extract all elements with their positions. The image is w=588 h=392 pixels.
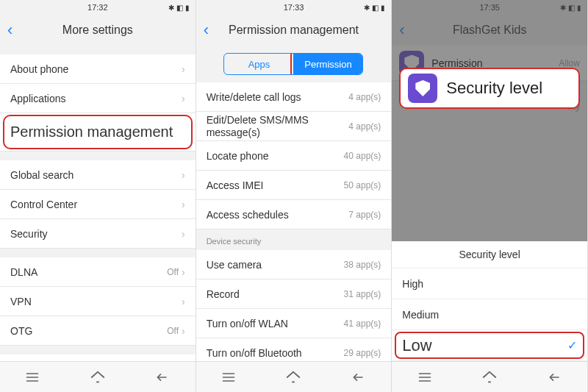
content: Write/delete call logs4 app(s) Edit/Dele… (196, 82, 392, 361)
row-locate-phone[interactable]: Locate phone40 app(s) (196, 141, 392, 171)
option-low[interactable]: Low✓ (392, 330, 587, 361)
status-time: 17:33 (284, 3, 304, 12)
chevron-right-icon: › (182, 169, 185, 181)
status-time: 17:32 (87, 3, 108, 12)
bluetooth-icon: ✱ (364, 4, 370, 12)
segmented-control: Apps Permission (223, 53, 363, 75)
screen-more-settings: 17:32 ✱ ◧ ▮ ‹ More settings About phone›… (0, 0, 196, 392)
content: About phone› Applications› Permission ma… (0, 46, 196, 361)
wifi-icon: ◧ (372, 4, 379, 12)
statusbar: 17:33 ✱ ◧ ▮ (196, 0, 392, 15)
row-security[interactable]: Security› (0, 219, 196, 249)
wifi-icon: ◧ (568, 4, 575, 12)
row-access-imei[interactable]: Access IMEI50 app(s) (196, 171, 392, 200)
page-title: More settings (62, 24, 133, 37)
chevron-right-icon: › (182, 228, 185, 240)
status-time: 17:35 (479, 3, 500, 12)
nav-bar (0, 361, 196, 392)
page-title: Permission management (229, 24, 359, 37)
app-icon (408, 74, 437, 103)
svg-rect-1 (293, 381, 295, 382)
status-icons: ✱ ◧ ▮ (364, 4, 385, 12)
row-write-call-logs[interactable]: Write/delete call logs4 app(s) (196, 82, 392, 112)
check-icon: ✓ (567, 338, 577, 352)
security-level-banner[interactable]: Security level (399, 68, 580, 109)
home-icon[interactable] (481, 368, 498, 386)
back-button[interactable]: ‹ (7, 21, 12, 40)
bluetooth-icon: ✱ (560, 4, 566, 12)
titlebar: ‹ More settings (0, 15, 196, 46)
chevron-right-icon: › (182, 63, 185, 75)
row-about-phone[interactable]: About phone› (0, 54, 196, 84)
row-use-camera[interactable]: Use camera38 app(s) (196, 250, 392, 279)
battery-icon: ▮ (381, 4, 385, 12)
chevron-right-icon: › (182, 325, 185, 337)
screen-flashget-kids: 17:35 ✱ ◧ ▮ ‹ FlashGet Kids Permission A… (392, 0, 588, 392)
row-otg[interactable]: OTGOff› (0, 316, 196, 346)
row-auto-lock[interactable]: Auto-lock30 minutes› (0, 354, 196, 361)
statusbar: 17:35 ✱ ◧ ▮ (392, 0, 587, 15)
row-access-schedules[interactable]: Access schedules7 app(s) (196, 200, 392, 229)
menu-icon[interactable] (416, 368, 434, 386)
row-global-search[interactable]: Global search› (0, 160, 196, 190)
row-turn-bluetooth[interactable]: Turn on/off Bluetooth29 app(s) (196, 338, 392, 361)
battery-icon: ▮ (185, 4, 190, 12)
home-icon[interactable] (89, 368, 107, 386)
svg-rect-2 (488, 381, 491, 382)
security-level-sheet: Security level High Medium Low✓ (392, 241, 587, 361)
chevron-right-icon: › (182, 266, 185, 278)
row-dlna[interactable]: DLNAOff› (0, 257, 196, 287)
row-permission-management[interactable]: Permission management (0, 113, 196, 152)
chevron-right-icon: › (182, 93, 185, 104)
row-turn-wlan[interactable]: Turn on/off WLAN41 app(s) (196, 309, 392, 338)
row-vpn[interactable]: VPN› (0, 287, 196, 316)
seg-permission[interactable]: Permission (293, 54, 362, 74)
chevron-right-icon: › (182, 296, 185, 307)
row-control-center[interactable]: Control Center› (0, 190, 196, 219)
row-record[interactable]: Record31 app(s) (196, 279, 392, 309)
row-edit-sms[interactable]: Edit/Delete SMS/MMS message(s)4 app(s) (196, 112, 392, 141)
page-title: FlashGet Kids (453, 24, 526, 37)
status-icons: ✱ ◧ ▮ (560, 4, 581, 12)
seg-apps[interactable]: Apps (224, 54, 293, 74)
svg-rect-0 (96, 381, 99, 382)
back-button[interactable]: ‹ (399, 21, 404, 40)
back-button[interactable]: ‹ (204, 21, 209, 40)
wifi-icon: ◧ (176, 4, 183, 12)
back-icon[interactable] (154, 368, 171, 386)
chevron-right-icon: › (182, 199, 185, 210)
option-high[interactable]: High (392, 268, 587, 299)
titlebar: ‹ Permission management (196, 15, 392, 46)
bluetooth-icon: ✱ (168, 4, 174, 12)
status-icons: ✱ ◧ ▮ (168, 4, 190, 12)
back-icon[interactable] (350, 368, 368, 386)
sheet-title: Security level (392, 241, 587, 268)
option-medium[interactable]: Medium (392, 299, 587, 330)
battery-icon: ▮ (577, 4, 581, 12)
back-icon[interactable] (546, 368, 564, 386)
home-icon[interactable] (284, 368, 302, 386)
menu-icon[interactable] (24, 368, 41, 386)
row-applications[interactable]: Applications› (0, 84, 196, 113)
nav-bar (196, 361, 392, 392)
section-device-security: Device security (196, 229, 392, 250)
screen-permission-management: 17:33 ✱ ◧ ▮ ‹ Permission management Apps… (196, 0, 392, 392)
menu-icon[interactable] (220, 368, 237, 386)
statusbar: 17:32 ✱ ◧ ▮ (0, 0, 196, 15)
nav-bar (392, 361, 587, 392)
titlebar: ‹ FlashGet Kids (392, 15, 587, 46)
